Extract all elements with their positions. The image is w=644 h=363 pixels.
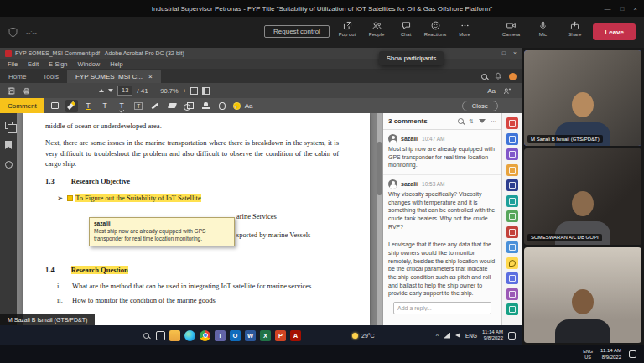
comment-item[interactable]: sazalii 10:47 AM Most ship now are alrea… — [383, 130, 501, 175]
find-icon[interactable] — [481, 74, 487, 80]
print-icon[interactable] — [22, 86, 31, 96]
request-control-button[interactable]: Request control — [264, 25, 330, 38]
tab-tools[interactable]: Tools — [34, 70, 67, 83]
menu-edit[interactable]: Edit — [28, 60, 39, 68]
pencil-icon[interactable] — [149, 100, 162, 112]
menu-help[interactable]: Help — [110, 60, 122, 68]
clock[interactable]: 11:14 AM 9/8/2022 — [482, 329, 503, 341]
outlook-icon[interactable] — [230, 330, 241, 341]
eraser-icon[interactable] — [166, 100, 179, 112]
zoom-out-button[interactable]: − — [153, 87, 157, 95]
close-icon[interactable]: × — [513, 50, 517, 56]
tool-icon[interactable] — [506, 117, 518, 129]
strikethrough-text-icon[interactable] — [99, 100, 112, 112]
comment-item[interactable]: sazalii 10:53 AM Why viscosity specifica… — [383, 175, 501, 236]
attachments-icon[interactable] — [5, 161, 13, 169]
comment-annotation-icon[interactable] — [67, 195, 73, 201]
fit-width-icon[interactable] — [202, 87, 210, 95]
chat-button[interactable]: Chat — [392, 20, 419, 37]
minimize-icon[interactable]: — — [489, 50, 495, 56]
stamp-icon[interactable] — [200, 100, 212, 112]
previous-page-icon[interactable] — [99, 89, 104, 92]
bell-icon[interactable] — [494, 72, 502, 80]
edge-icon[interactable] — [184, 330, 195, 341]
page-number-input[interactable]: 13 — [117, 86, 132, 96]
close-comment-toolbar-button[interactable]: Close — [462, 101, 498, 111]
color-swatch[interactable] — [233, 102, 241, 110]
file-explorer-icon[interactable] — [169, 330, 180, 341]
weather-widget[interactable]: 29°C — [352, 325, 375, 345]
share-button[interactable]: Share — [561, 20, 588, 37]
mic-button[interactable]: Mic — [529, 20, 556, 37]
tool-icon[interactable] — [506, 241, 518, 253]
reactions-button[interactable]: Reactions — [422, 20, 449, 37]
tool-icon[interactable] — [506, 303, 518, 315]
start-button[interactable] — [126, 330, 137, 341]
maximize-icon[interactable]: □ — [502, 50, 506, 56]
tool-icon[interactable] — [506, 288, 518, 300]
menu-window[interactable]: Window — [78, 60, 101, 68]
tab-home[interactable]: Home — [0, 70, 34, 83]
zoom-level[interactable]: 90.7% — [160, 87, 178, 95]
tool-icon[interactable] — [506, 210, 518, 222]
clock[interactable]: 11:14 AM 8/9/2022 — [600, 348, 621, 360]
zoom-in-button[interactable]: + — [183, 87, 187, 95]
tool-icon[interactable] — [506, 226, 518, 238]
close-icon[interactable]: × — [633, 5, 637, 13]
word-icon[interactable] — [245, 330, 256, 341]
leave-button[interactable]: Leave — [593, 23, 636, 40]
underline-text-icon[interactable] — [82, 100, 95, 112]
attachment-icon[interactable] — [216, 100, 229, 112]
tool-icon[interactable] — [506, 272, 518, 284]
menu-esign[interactable]: E-Sign — [49, 60, 68, 68]
search-comments-icon[interactable] — [458, 118, 464, 124]
tab-document[interactable]: FYP SOMES_MSI C... × — [67, 70, 161, 83]
maximize-icon[interactable]: □ — [620, 5, 624, 13]
share-person-icon[interactable] — [502, 86, 512, 96]
highlighted-objective-text[interactable]: To Figure out the Suitability of IoT Sat… — [75, 194, 201, 202]
page-thumbnails-icon[interactable] — [5, 122, 13, 129]
tool-icon[interactable] — [506, 164, 518, 176]
fit-page-icon[interactable] — [190, 87, 198, 95]
acrobat-taskbar-icon[interactable] — [290, 330, 301, 341]
notification-center-icon[interactable] — [508, 332, 516, 340]
text-style-button[interactable]: Aa — [487, 87, 496, 95]
highlighter-icon[interactable] — [65, 100, 78, 112]
teams-icon[interactable] — [215, 330, 226, 341]
comment-tool-icon[interactable] — [506, 257, 518, 269]
pop-out-button[interactable]: Pop out — [334, 20, 361, 37]
highlighted-heading[interactable]: Research Question — [71, 266, 128, 274]
squiggly-text-icon[interactable] — [116, 100, 128, 112]
task-view-icon[interactable] — [156, 331, 165, 340]
document-scrollbar[interactable] — [377, 113, 382, 325]
notification-center-icon[interactable] — [629, 350, 636, 358]
tool-icon[interactable] — [506, 133, 518, 145]
comment-text-style-button[interactable]: Aa — [245, 102, 253, 110]
participant-video-2[interactable]: SOMESWARAN A/L DB GOPI — [524, 148, 641, 244]
account-avatar[interactable] — [509, 73, 517, 80]
hidden-icons-chevron[interactable] — [436, 333, 439, 339]
tab-close-icon[interactable]: × — [148, 73, 153, 80]
sort-icon[interactable]: ⇅ — [469, 118, 474, 125]
menu-file[interactable]: File — [8, 60, 18, 68]
people-button[interactable]: People — [363, 20, 390, 37]
powerpoint-icon[interactable] — [275, 330, 286, 341]
participant-video-1[interactable]: M Sazali B Ismail (GTS/PD&T) — [524, 50, 641, 146]
chrome-icon[interactable] — [200, 330, 210, 341]
comment-note-popup[interactable]: sazalii Most ship now are already equipp… — [89, 217, 235, 246]
bookmarks-icon[interactable] — [5, 141, 12, 149]
language-indicator[interactable]: ENG — [465, 333, 477, 339]
tool-icon[interactable] — [506, 195, 518, 207]
sticky-note-icon[interactable] — [49, 100, 61, 112]
minimize-icon[interactable]: — — [604, 5, 610, 13]
save-icon[interactable] — [7, 86, 16, 96]
tool-icon[interactable] — [506, 179, 518, 191]
taskbar-search-icon[interactable] — [141, 330, 152, 341]
excel-icon[interactable] — [260, 330, 271, 341]
scrollbar-thumb[interactable] — [377, 142, 382, 195]
options-icon[interactable]: ⋯ — [491, 118, 496, 125]
filter-icon[interactable] — [479, 119, 486, 123]
tool-icon[interactable] — [506, 148, 518, 160]
more-button[interactable]: More — [451, 20, 478, 37]
shapes-icon[interactable] — [183, 100, 195, 112]
